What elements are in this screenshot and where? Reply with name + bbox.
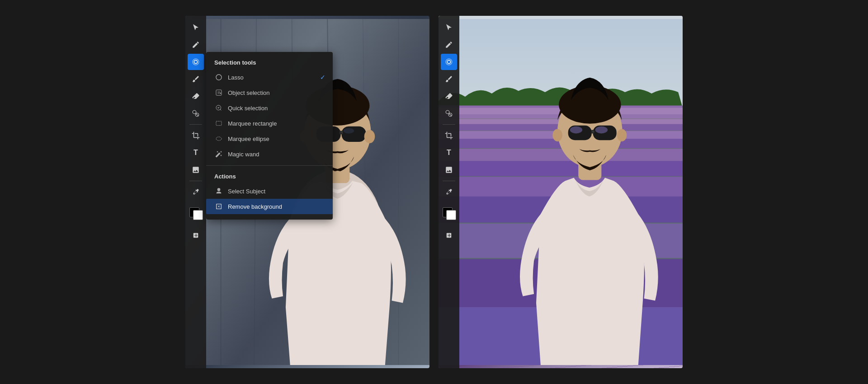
remove-background-label: Remove background (228, 203, 282, 210)
left-panel: T Selection tools (185, 16, 429, 368)
extra-tool-right[interactable] (441, 227, 457, 244)
svg-point-44 (595, 126, 608, 134)
extra-tool-left[interactable] (188, 227, 204, 244)
object-selection-menu-item[interactable]: Object selection (206, 85, 333, 100)
background-color-right[interactable] (446, 210, 456, 220)
toolbar-divider-left (189, 124, 202, 125)
svg-point-19 (364, 130, 375, 143)
toolbar-divider2-left (189, 181, 202, 181)
type-tool-left[interactable]: T (188, 145, 204, 161)
quick-selection-menu-item[interactable]: Quick selection (206, 100, 333, 116)
image-tool-right[interactable] (441, 162, 457, 178)
lasso-menu-icon (214, 73, 223, 82)
lasso-label: Lasso (228, 74, 244, 81)
eyedropper-tool-right[interactable] (441, 184, 457, 200)
actions-title: Actions (206, 169, 333, 183)
image-tool-left[interactable] (188, 162, 204, 178)
remove-background-menu-item[interactable]: Remove background (206, 199, 333, 214)
svg-point-43 (570, 126, 582, 134)
right-photo-bg (439, 16, 683, 368)
arrow-tool-right[interactable] (441, 19, 457, 36)
marquee-ellipse-label: Marquee ellipse (228, 136, 269, 142)
right-toolbar: T (439, 16, 459, 368)
menu-divider (206, 165, 333, 166)
svg-point-47 (446, 110, 449, 114)
marquee-rect-menu-item[interactable]: Marquee rectangle (206, 116, 333, 131)
eraser-tool-left[interactable] (188, 88, 204, 104)
brush-tool-left[interactable] (188, 71, 204, 87)
select-subject-icon (214, 187, 223, 196)
marquee-rect-label: Marquee rectangle (228, 120, 277, 127)
crop-tool-right[interactable] (441, 127, 457, 144)
right-background-image (439, 16, 683, 368)
pen-tool-left[interactable] (188, 37, 204, 53)
selection-tools-title: Selection tools (206, 57, 333, 70)
selection-tools-dropdown: Selection tools Lasso ✓ Object selection (206, 52, 333, 220)
marquee-ellipse-menu-item[interactable]: Marquee ellipse (206, 131, 333, 146)
magic-wand-menu-item[interactable]: Magic wand (206, 146, 333, 162)
brush-tool-right[interactable] (441, 71, 457, 87)
magic-wand-icon (214, 150, 223, 159)
select-subject-label: Select Subject (228, 188, 265, 195)
main-container: T Selection tools (185, 16, 683, 368)
remove-bg-icon (214, 202, 223, 211)
lasso-tool-right[interactable] (441, 54, 457, 70)
clone-tool-right[interactable] (441, 105, 457, 122)
svg-rect-22 (216, 90, 222, 95)
eraser-tool-right[interactable] (441, 88, 457, 104)
svg-rect-13 (342, 126, 366, 142)
object-selection-icon (214, 88, 223, 97)
background-color-left[interactable] (193, 210, 203, 220)
lasso-menu-item[interactable]: Lasso ✓ (206, 70, 333, 85)
quick-selection-label: Quick selection (228, 105, 268, 112)
type-tool-right[interactable]: T (441, 145, 457, 161)
color-swatches-right[interactable] (441, 206, 457, 222)
clone-tool-left[interactable] (188, 105, 204, 122)
crop-tool-left[interactable] (188, 127, 204, 144)
marquee-ellipse-icon (214, 134, 223, 143)
marquee-rect-icon (214, 119, 223, 128)
svg-rect-25 (216, 121, 222, 125)
right-panel: T (439, 16, 683, 368)
svg-point-46 (617, 129, 627, 141)
color-swatches-left[interactable] (188, 206, 204, 222)
toolbar-divider2-right (443, 181, 455, 181)
quick-selection-icon (214, 103, 223, 112)
svg-point-17 (344, 128, 354, 134)
svg-point-20 (193, 110, 196, 114)
svg-point-23 (220, 93, 221, 94)
lasso-check: ✓ (320, 74, 326, 81)
lasso-tool-left[interactable] (188, 54, 204, 70)
select-subject-menu-item[interactable]: Select Subject (206, 183, 333, 199)
toolbar-divider-right (443, 124, 455, 125)
svg-point-45 (552, 129, 562, 141)
svg-point-26 (216, 137, 222, 140)
svg-point-38 (559, 85, 621, 123)
magic-wand-label: Magic wand (228, 151, 259, 158)
eyedropper-tool-left[interactable] (188, 184, 204, 200)
arrow-tool-left[interactable] (188, 19, 204, 36)
object-selection-label: Object selection (228, 89, 270, 96)
pen-tool-right[interactable] (441, 37, 457, 53)
left-toolbar: T (185, 16, 206, 368)
